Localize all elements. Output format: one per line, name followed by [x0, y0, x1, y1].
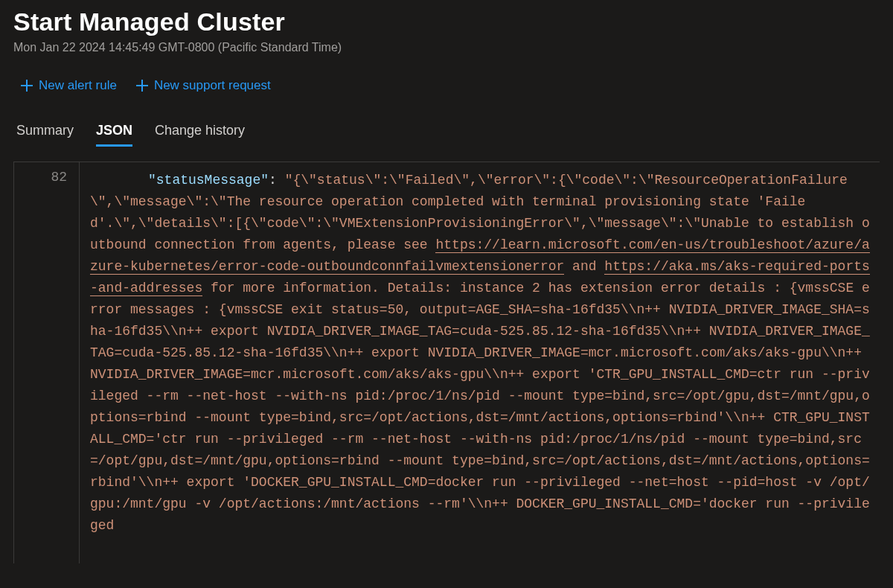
plus-icon — [21, 80, 33, 92]
line-number: 82 — [14, 170, 67, 185]
new-support-request-label: New support request — [154, 78, 271, 93]
code-content[interactable]: "statusMessage": "{\"status\":\"Failed\"… — [80, 162, 880, 563]
tab-json[interactable]: JSON — [96, 123, 132, 147]
action-bar: New alert rule New support request — [13, 78, 880, 93]
new-alert-rule-button[interactable]: New alert rule — [21, 78, 117, 93]
json-colon: : — [269, 173, 285, 188]
tab-change-history[interactable]: Change history — [155, 123, 245, 147]
new-alert-rule-label: New alert rule — [39, 78, 117, 93]
json-editor: 82 "statusMessage": "{\"status\":\"Faile… — [13, 162, 880, 563]
plus-icon — [136, 80, 148, 92]
tab-summary[interactable]: Summary — [16, 123, 74, 147]
json-value-part2: for more information. Details: instance … — [90, 281, 870, 533]
new-support-request-button[interactable]: New support request — [136, 78, 271, 93]
line-number-gutter: 82 — [14, 162, 80, 563]
page-title: Start Managed Cluster — [13, 7, 880, 36]
tab-bar: Summary JSON Change history — [13, 123, 880, 147]
json-value-mid: and — [564, 259, 604, 274]
page-timestamp: Mon Jan 22 2024 14:45:49 GMT-0800 (Pacif… — [13, 41, 880, 54]
json-key: "statusMessage" — [148, 173, 269, 188]
